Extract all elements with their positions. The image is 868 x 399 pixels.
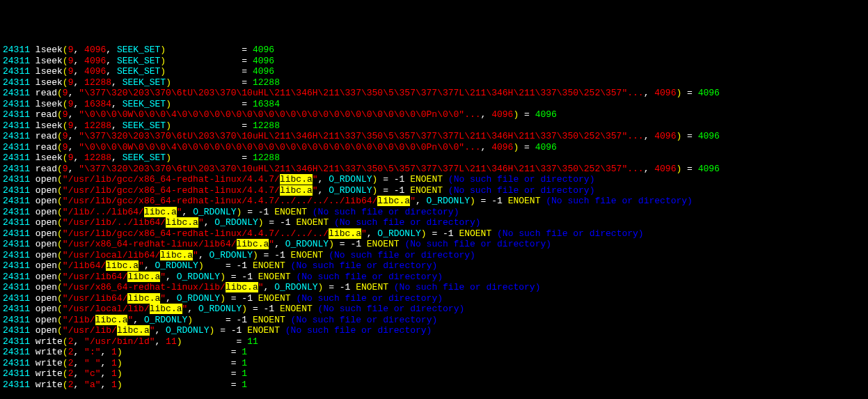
strace-line: 24311 open("/lib64/libc.a", O_RDONLY) = …	[3, 260, 865, 272]
strace-line: 24311 write(2, "/usr/bin/ld", 11) = 11	[3, 336, 865, 347]
highlight-match: libc.a	[144, 207, 177, 217]
highlight-match: libc.a	[150, 304, 182, 314]
strace-line: 24311 lseek(9, 12288, SEEK_SET) = 12288	[3, 120, 865, 132]
pid: 24311	[3, 358, 30, 368]
pid: 24311	[3, 282, 30, 292]
syscall-name: read	[35, 164, 57, 174]
pid: 24311	[3, 164, 30, 174]
syscall-name: lseek	[35, 56, 63, 66]
strace-line: 24311 read(9, "\377\320\203\370\6tU\203\…	[3, 164, 865, 175]
highlight-match: libc.a	[280, 174, 313, 185]
syscall-name: lseek	[35, 152, 63, 163]
strace-line: 24311 write(2, " ", 1) = 1	[3, 358, 865, 369]
pid: 24311	[3, 207, 30, 217]
syscall-name: lseek	[35, 66, 63, 77]
highlight-match: libc.a	[127, 272, 160, 282]
pid: 24311	[3, 88, 30, 98]
pid: 24311	[3, 293, 30, 304]
syscall-name: open	[35, 272, 57, 282]
highlight-match: libc.a	[237, 239, 269, 249]
syscall-name: open	[35, 185, 57, 196]
highlight-match: libc.a	[106, 260, 139, 271]
syscall-name: read	[35, 88, 57, 98]
pid: 24311	[3, 131, 30, 141]
syscall-name: lseek	[35, 77, 63, 88]
strace-line: 24311 lseek(9, 12288, SEEK_SET) = 12288	[3, 152, 865, 164]
strace-line: 24311 open("/usr/x86_64-redhat-linux/lib…	[3, 282, 865, 293]
pid: 24311	[3, 250, 30, 260]
syscall-name: open	[35, 325, 57, 336]
strace-line: 24311 lseek(9, 4096, SEEK_SET) = 4096	[3, 66, 865, 77]
pid: 24311	[3, 315, 30, 325]
pid: 24311	[3, 228, 30, 239]
highlight-match: libc.a	[280, 185, 313, 196]
highlight-match: libc.a	[127, 293, 160, 304]
highlight-match: libc.a	[160, 250, 193, 260]
strace-line: 24311 write(2, "a", 1) = 1	[3, 380, 865, 391]
pid: 24311	[3, 45, 30, 55]
strace-line: 24311 open("/usr/lib/gcc/x86_64-redhat-l…	[3, 185, 865, 196]
highlight-match: libc.a	[226, 282, 258, 292]
pid: 24311	[3, 185, 30, 196]
strace-line: 24311 write(2, "c", 1) = 1	[3, 368, 865, 380]
syscall-name: open	[35, 174, 57, 185]
strace-line: 24311 open("/usr/lib/gcc/x86_64-redhat-l…	[3, 174, 865, 185]
strace-line: 24311 open("/usr/lib/gcc/x86_64-redhat-l…	[3, 228, 865, 240]
strace-line: 24311 lseek(9, 16384, SEEK_SET) = 16384	[3, 99, 865, 110]
strace-line: 24311 read(9, "\0\0\0\0W\0\0\0\4\0\0\0\0…	[3, 109, 865, 120]
syscall-name: open	[35, 239, 57, 249]
pid: 24311	[3, 325, 30, 336]
pid: 24311	[3, 380, 30, 390]
strace-line: 24311 lseek(9, 12288, SEEK_SET) = 12288	[3, 77, 865, 88]
strace-line: 24311 write(2, ":", 1) = 1	[3, 347, 865, 358]
syscall-name: write	[35, 347, 63, 357]
strace-line: 24311 open("/usr/local/lib64/libc.a", O_…	[3, 250, 865, 261]
strace-line: 24311 open("/lib/../lib64/libc.a", O_RDO…	[3, 207, 865, 218]
strace-line: 24311 open("/usr/lib64/libc.a", O_RDONLY…	[3, 293, 865, 304]
syscall-name: read	[35, 131, 57, 141]
strace-line: 24311 open("/usr/lib/libc.a", O_RDONLY) …	[3, 325, 865, 336]
syscall-name: lseek	[35, 99, 63, 109]
strace-line: 24311 open("/usr/local/lib/libc.a", O_RD…	[3, 304, 865, 315]
syscall-name: open	[35, 196, 57, 206]
pid: 24311	[3, 77, 30, 88]
strace-line: 24311 open("/usr/lib/../lib64/libc.a", O…	[3, 217, 865, 228]
pid: 24311	[3, 99, 30, 109]
strace-line: 24311 open("/usr/x86_64-redhat-linux/lib…	[3, 239, 865, 250]
strace-line: 24311 lseek(9, 4096, SEEK_SET) = 4096	[3, 56, 865, 67]
pid: 24311	[3, 272, 30, 282]
strace-line: 24311 open("/usr/lib/gcc/x86_64-redhat-l…	[3, 196, 865, 207]
pid: 24311	[3, 304, 30, 314]
pid: 24311	[3, 142, 30, 152]
strace-output: 24311 lseek(9, 4096, SEEK_SET) = 4096243…	[3, 45, 865, 390]
strace-line: 24311 open("/lib/libc.a", O_RDONLY) = -1…	[3, 315, 865, 326]
highlight-match: libc.a	[166, 217, 198, 228]
syscall-name: write	[35, 358, 63, 368]
strace-line: 24311 read(9, "\377\320\203\370\6tU\203\…	[3, 131, 865, 142]
syscall-name: open	[35, 315, 57, 325]
syscall-name: open	[35, 207, 57, 217]
syscall-name: open	[35, 250, 57, 260]
pid: 24311	[3, 174, 30, 185]
pid: 24311	[3, 109, 30, 120]
highlight-match: libc.a	[117, 325, 150, 336]
pid: 24311	[3, 120, 30, 131]
pid: 24311	[3, 217, 30, 228]
pid: 24311	[3, 152, 30, 163]
strace-line: 24311 read(9, "\377\320\203\370\6tU\203\…	[3, 88, 865, 99]
syscall-name: read	[35, 109, 57, 120]
pid: 24311	[3, 336, 30, 347]
strace-line: 24311 open("/usr/lib64/libc.a", O_RDONLY…	[3, 272, 865, 283]
pid: 24311	[3, 260, 30, 271]
syscall-name: open	[35, 217, 57, 228]
strace-line: 24311 read(9, "\0\0\0\0W\0\0\0\4\0\0\0\0…	[3, 142, 865, 153]
syscall-name: write	[35, 380, 63, 390]
syscall-name: open	[35, 304, 57, 314]
syscall-name: open	[35, 293, 57, 304]
pid: 24311	[3, 196, 30, 206]
syscall-name: lseek	[35, 120, 63, 131]
syscall-name: write	[35, 336, 63, 347]
pid: 24311	[3, 56, 30, 66]
pid: 24311	[3, 368, 30, 379]
highlight-match: libc.a	[377, 196, 410, 206]
